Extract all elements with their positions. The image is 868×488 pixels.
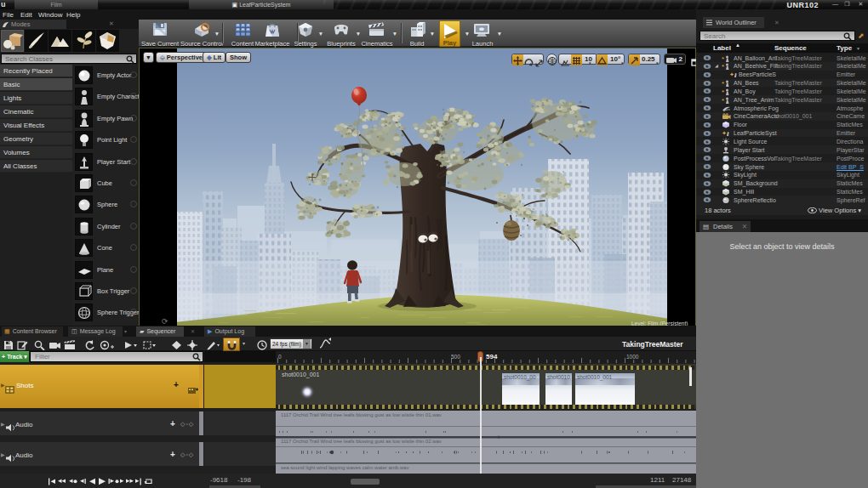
- svg-text:✦: ✦: [722, 130, 727, 136]
- svg-text:*: *: [722, 55, 724, 62]
- svg-text:*: *: [722, 97, 724, 104]
- svg-text:*: *: [722, 63, 724, 70]
- svg-text:✦: ✦: [729, 71, 734, 77]
- svg-text:*: *: [722, 80, 724, 87]
- svg-text:*: *: [722, 88, 724, 95]
- svg-text:⟳: ⟳: [162, 317, 168, 326]
